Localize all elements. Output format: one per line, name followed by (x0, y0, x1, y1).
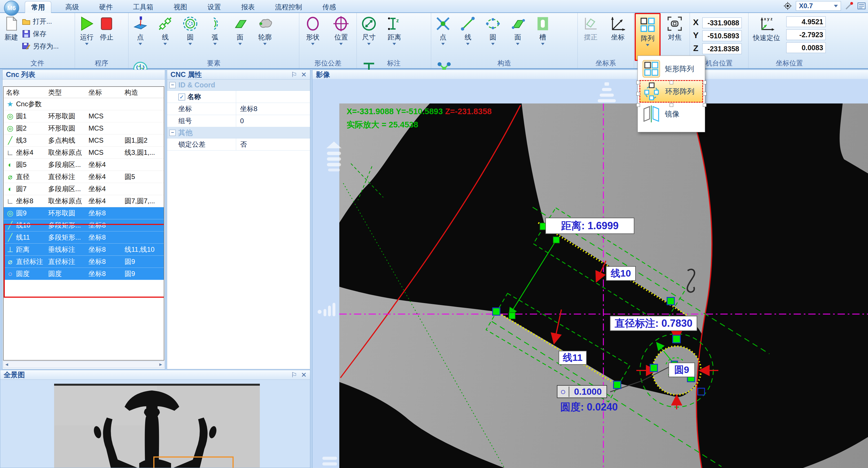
stage-up-control-icon[interactable] (324, 141, 344, 176)
stage-position-readout: X=-331.9088 Y=-510.5893 Z=-231.8358 (347, 107, 492, 116)
collapse-icon[interactable]: − (169, 82, 176, 88)
table-row-selected[interactable]: ◎圆9 环形取圆坐标8 (4, 207, 164, 220)
open-button[interactable]: 打开... (22, 15, 59, 28)
tab-settings[interactable]: 设置 (201, 1, 227, 13)
save-as-button[interactable]: 另存为... (22, 40, 59, 53)
tab-common[interactable]: 常用 (25, 1, 51, 13)
distance-ibeam-icon: z (386, 16, 402, 32)
annot-distance-button[interactable]: z 距离 (382, 13, 406, 58)
prop-name-value (236, 91, 310, 103)
selection-handle[interactable] (670, 81, 673, 84)
table-row[interactable]: ⌀直径 直径标注坐标4圆5 (4, 171, 164, 183)
scroll-right-icon[interactable]: ► (158, 362, 163, 367)
machine-z-value: -231.8358 (702, 43, 742, 54)
element-point-button[interactable]: 点 (128, 13, 152, 58)
line10-label[interactable]: 线10 (606, 266, 636, 281)
construct-point-button[interactable]: 点 (431, 13, 455, 58)
element-contour-button[interactable]: 轮廓 (253, 13, 277, 58)
table-row[interactable]: ◎圆2 环形取圆MCS (4, 122, 164, 135)
save-button[interactable]: 保存 (22, 28, 59, 40)
selection-handle[interactable] (670, 103, 673, 107)
table-row[interactable]: ∟坐标8 取坐标原点坐标4圆7,圆7,... (4, 195, 164, 207)
prop-row-lock-tolerance[interactable]: 锁定公差 否 (167, 139, 310, 151)
focus-button[interactable]: 对焦 (662, 13, 688, 58)
prop-row-name[interactable]: ✓名称 (167, 91, 310, 103)
align-button[interactable]: 摆正 (578, 13, 603, 58)
selection-handle[interactable] (703, 81, 707, 84)
selection-handle[interactable] (637, 81, 640, 84)
table-row-selected[interactable]: ⊥距离 垂线标注坐标8线11,线10 (4, 243, 164, 256)
cnc-list-hscrollbar[interactable]: ◄ ► (3, 361, 164, 368)
table-row[interactable]: ◐圆5 多段扇区...坐标4 (4, 159, 164, 171)
table-row[interactable]: ★Cnc参数 (4, 98, 164, 110)
table-row-selected[interactable]: ⌀直径标注 直径标注坐标8圆9 (4, 256, 164, 268)
element-circle-button[interactable]: 圆 (178, 13, 202, 58)
distance-result-label[interactable]: 距离: 1.6999 (545, 218, 634, 234)
panorama-panel: 全景图 ⚐ ✕ (0, 370, 310, 468)
stage-stack-icon[interactable] (597, 82, 617, 104)
array-button[interactable]: 阵列 (634, 13, 660, 61)
table-row-selected[interactable]: ○圆度 圆度坐标8圆9 (4, 268, 164, 280)
tab-sensor[interactable]: 传感 (316, 1, 342, 13)
table-row[interactable]: ◐圆7 多段扇区...坐标4 (4, 183, 164, 195)
selection-handle[interactable] (703, 92, 707, 95)
probe-pen-icon[interactable] (845, 2, 854, 10)
table-row-selected[interactable]: ╱线11 多段矩形...坐标8 (4, 231, 164, 243)
element-line-button[interactable]: 线 (153, 13, 177, 58)
table-row-selected[interactable]: ╱线10 多段矩形...坐标8 (4, 220, 164, 231)
tab-hardware[interactable]: 硬件 (93, 1, 119, 13)
lens-zoom-select[interactable]: X0.7 (796, 1, 841, 11)
collapse-icon[interactable]: − (169, 130, 176, 136)
pin-icon[interactable]: ⚐ (291, 371, 297, 379)
selection-handle[interactable] (637, 92, 640, 95)
prop-row-group[interactable]: 组号 0 (167, 115, 310, 127)
construct-line-button[interactable]: 线 (456, 13, 479, 58)
panorama-viewport[interactable] (2, 381, 309, 468)
gdt-form-button[interactable]: 形状 (299, 13, 327, 58)
construct-slot-button[interactable]: 槽 (531, 13, 555, 58)
tab-report[interactable]: 报表 (235, 1, 261, 13)
checkbox-checked-icon[interactable]: ✓ (178, 94, 185, 100)
circle9-label[interactable]: 圆9 (669, 362, 695, 377)
diameter-result-label[interactable]: 直径标注: 0.7830 (610, 316, 697, 331)
list-settings-icon[interactable] (857, 2, 866, 10)
pin-icon[interactable]: ⚐ (291, 71, 297, 79)
plane-icon (232, 16, 248, 32)
new-file-icon (3, 16, 19, 32)
tab-advanced[interactable]: 高级 (59, 1, 85, 13)
construct-plane-button[interactable]: 面 (506, 13, 530, 58)
annot-size-button[interactable]: 尺寸 (357, 13, 381, 58)
run-button[interactable]: 运行 (79, 13, 95, 58)
menu-item-rect-array[interactable]: 矩形阵列 (640, 58, 703, 80)
section-other[interactable]: − 其他 (167, 127, 310, 139)
light-level-control-icon[interactable] (317, 302, 338, 318)
stop-button[interactable]: 停止 (99, 13, 115, 58)
close-icon[interactable]: ✕ (301, 371, 307, 379)
axis-x-label: X (691, 18, 700, 27)
scroll-left-icon[interactable]: ◄ (4, 362, 9, 367)
tab-flow-control[interactable]: 流程控制 (269, 1, 308, 13)
gdt-position-button[interactable]: 位置 (328, 13, 354, 58)
cnc-table: 名称类型 坐标构造 ★Cnc参数 ◎圆1 环形取圆MCS ◎圆2 环形取圆MCS… (3, 86, 164, 360)
tab-toolbox[interactable]: 工具箱 (127, 1, 159, 13)
roundness-tolerance-frame[interactable]: ○ 0.1000 (557, 385, 607, 398)
table-row[interactable]: ∟坐标4 取坐标原点MCS线3,圆1,... (4, 147, 164, 159)
close-icon[interactable]: ✕ (301, 71, 307, 79)
crosshair-icon[interactable] (783, 2, 792, 10)
element-arc-button[interactable]: 弧 (203, 13, 227, 58)
line11-label[interactable]: 线11 (559, 351, 587, 365)
tab-view[interactable]: 视图 (167, 1, 193, 13)
coord-button[interactable]: 坐标 (605, 13, 631, 58)
cnc-table-header[interactable]: 名称类型 坐标构造 (4, 87, 164, 98)
quick-position-button[interactable]: x y z 快速定位 (750, 16, 783, 61)
selection-handle[interactable] (703, 103, 707, 107)
selection-handle[interactable] (637, 103, 640, 107)
table-row[interactable]: ╱线3 多点构线MCS圆1,圆2 (4, 135, 164, 147)
prop-row-coord[interactable]: 坐标 坐标8 (167, 103, 310, 115)
new-file-button[interactable]: 新建 (3, 13, 19, 58)
table-row[interactable]: ◎圆1 环形取圆MCS (4, 110, 164, 122)
section-id-coord[interactable]: − ID & Coord (167, 80, 310, 91)
construct-circle-button[interactable]: 圆 (481, 13, 505, 58)
element-plane-button[interactable]: 面 (228, 13, 252, 58)
stage-down-control-icon[interactable] (321, 456, 339, 468)
